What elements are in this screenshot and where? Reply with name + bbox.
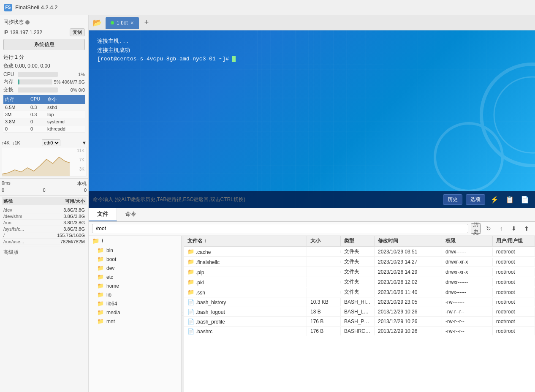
tree-item-label: dev bbox=[106, 265, 114, 271]
col-header-owner[interactable]: 用户/用户组 bbox=[493, 236, 535, 246]
tree-item[interactable]: 📁 mnt bbox=[89, 317, 181, 326]
file-list-row[interactable]: 📄.bashrc 176 B BASHRC ... 2013/12/29 10:… bbox=[184, 327, 535, 336]
tree-item[interactable]: 📁 lib64 bbox=[89, 299, 181, 308]
terminal-input[interactable] bbox=[93, 196, 440, 202]
file-section: 文件 命令 历史 ↻ ↑ ⬇ ⬆ 📁 / 📁 bin📁 bbox=[89, 208, 535, 392]
tree-item-label: boot bbox=[106, 256, 116, 262]
proc-cmd: top bbox=[47, 112, 83, 117]
options-button[interactable]: 选项 bbox=[466, 194, 485, 205]
proc-cpu: 0 bbox=[30, 126, 47, 131]
file-list-row[interactable]: 📄.bash_profile 176 B BASH_PR... 2013/12/… bbox=[184, 317, 535, 327]
copy-button[interactable]: 复制 bbox=[70, 28, 85, 36]
lightning-icon[interactable]: ⚡ bbox=[489, 195, 500, 204]
folder-icon: 📁 bbox=[187, 269, 194, 275]
network-interface-select[interactable]: eth0 bbox=[42, 139, 60, 146]
upload-icon[interactable]: ⬆ bbox=[521, 223, 532, 234]
file-list-row[interactable]: 📄.bash_history 10.3 KB BASH_HI... 2023/1… bbox=[184, 297, 535, 307]
ip-value: 138.197.1.232 bbox=[10, 30, 70, 35]
history-button[interactable]: 历史 bbox=[443, 194, 462, 205]
cpu-value: 1% bbox=[60, 72, 85, 77]
file-col-owner: root/root bbox=[493, 268, 535, 276]
tree-root-label: / bbox=[102, 238, 103, 244]
content-area: 📂 1 bot × + bbox=[89, 15, 535, 392]
proc-mem: 3.8M bbox=[5, 119, 30, 124]
col-header-size[interactable]: 大小 bbox=[307, 236, 341, 246]
folder-icon: 📁 bbox=[187, 279, 194, 286]
file-col-size: 176 B bbox=[307, 327, 341, 335]
tree-item[interactable]: 📁 media bbox=[89, 308, 181, 317]
copy-terminal-icon[interactable]: 📋 bbox=[504, 195, 516, 204]
file-list-row[interactable]: 📄.bash_logout 18 B BASH_LO... 2013/12/29… bbox=[184, 307, 535, 317]
history-toolbar-button[interactable]: 历史 bbox=[471, 223, 481, 234]
file-toolbar: 历史 ↻ ↑ ⬇ ⬆ bbox=[89, 222, 535, 236]
network-arrows: ↑4K ↓1K bbox=[2, 140, 20, 145]
up-dir-icon[interactable]: ↑ bbox=[496, 223, 506, 234]
file-list-row[interactable]: 📁.pip 文件夹 2023/10/26 14:29 drwxr-xr-x ro… bbox=[184, 267, 535, 277]
tree-item[interactable]: 📁 dev bbox=[89, 264, 181, 272]
tab-bot[interactable]: 1 bot × bbox=[106, 17, 139, 29]
file-col-time: 2013/12/29 10:26 bbox=[375, 308, 442, 316]
file-col-type: 文件夹 bbox=[341, 267, 375, 277]
file-col-time: 2023/10/26 14:29 bbox=[375, 268, 442, 276]
disk-table-header: 路径 可用/大小 bbox=[2, 197, 87, 205]
proc-cpu: 0 bbox=[30, 119, 47, 124]
tree-item[interactable]: 📁 bin bbox=[89, 246, 181, 255]
tab-close-button[interactable]: × bbox=[130, 19, 134, 26]
file-list-row[interactable]: 📁.pki 文件夹 2023/10/26 12:02 drwxr------ r… bbox=[184, 277, 535, 287]
mem-value: 5% 406M/7.6G bbox=[54, 79, 85, 84]
tree-root[interactable]: 📁 / bbox=[89, 236, 181, 246]
file-col-size bbox=[307, 281, 341, 283]
tree-item-icon: 📁 bbox=[97, 274, 104, 280]
tree-item[interactable]: 📁 lib bbox=[89, 290, 181, 299]
col-header-time[interactable]: 修改时间 bbox=[375, 236, 442, 246]
file-list-row[interactable]: 📁.finalshellc 文件夹 2023/10/29 14:27 drwxr… bbox=[184, 257, 535, 267]
tree-item[interactable]: 📁 boot bbox=[89, 255, 181, 264]
file-col-perm: drwxr------ bbox=[442, 278, 493, 286]
col-header-type[interactable]: 类型 bbox=[341, 236, 375, 246]
file-col-name: 📄.bash_logout bbox=[184, 307, 307, 316]
file-col-perm: -rw-r--r-- bbox=[442, 327, 493, 335]
disk-table-body: /dev 3.8G/3.8G/dev/shm 3.8G/3.8G/run 3.8… bbox=[2, 207, 87, 245]
tree-item-icon: 📁 bbox=[97, 318, 104, 324]
disk-size: 3.8G/3.8G bbox=[51, 220, 85, 225]
ip-label: IP bbox=[3, 30, 8, 35]
col-header-name[interactable]: 文件名 ↑ bbox=[184, 236, 307, 246]
proc-col-mem-header: 内存 bbox=[5, 96, 30, 103]
file-list-row[interactable]: 📁.ssh 文件夹 2023/10/26 11:40 drwx------ ro… bbox=[184, 287, 535, 297]
latency-val-1: 0 bbox=[2, 188, 4, 193]
advanced-label: 高级版 bbox=[0, 247, 88, 258]
col-header-perm[interactable]: 权限 bbox=[442, 236, 493, 246]
file-col-name: 📄.bash_history bbox=[184, 297, 307, 307]
tree-item[interactable]: 📁 etc bbox=[89, 272, 181, 281]
file-tab-commands[interactable]: 命令 bbox=[117, 208, 145, 221]
process-table-body: 6.5M 0.3 sshd3M 0.3 top3.8M 0 systemd0 0… bbox=[3, 104, 85, 133]
disk-section: 路径 可用/大小 /dev 3.8G/3.8G/dev/shm 3.8G/3.8… bbox=[0, 195, 88, 247]
disk-path: /sys/fs/c... bbox=[3, 226, 51, 231]
file-list-row[interactable]: 📁.cache 文件夹 2023/10/29 03:51 drwx------ … bbox=[184, 247, 535, 257]
refresh-icon[interactable]: ↻ bbox=[483, 223, 494, 234]
disk-path: / bbox=[3, 233, 51, 238]
main-layout: 同步状态 IP 138.197.1.232 复制 系统信息 运行 1 分 负载 … bbox=[0, 15, 535, 392]
network-chart: 11K 7K 3K bbox=[2, 147, 87, 177]
file-col-size bbox=[307, 250, 341, 253]
latency-val-3: 0 bbox=[84, 188, 87, 193]
tree-item-label: media bbox=[106, 310, 120, 316]
file-col-time: 2023/10/29 14:27 bbox=[375, 258, 442, 266]
file-tab-files[interactable]: 文件 bbox=[89, 208, 117, 221]
folder-icon-button[interactable]: 📂 bbox=[90, 17, 104, 29]
sync-status: 同步状态 bbox=[3, 19, 85, 26]
disk-size: 782M/782M bbox=[51, 239, 85, 244]
file-col-owner: root/root bbox=[493, 248, 535, 256]
path-input[interactable] bbox=[92, 224, 468, 233]
tree-item-label: home bbox=[106, 283, 119, 289]
tab-bar: 📂 1 bot × + bbox=[89, 15, 535, 30]
tab-add-button[interactable]: + bbox=[141, 18, 152, 28]
paste-terminal-icon[interactable]: 📄 bbox=[519, 195, 531, 204]
file-col-name: 📁.ssh bbox=[184, 288, 307, 297]
swap-label: 交换 bbox=[3, 86, 16, 93]
tree-item[interactable]: 📁 home bbox=[89, 281, 181, 290]
sys-info-button[interactable]: 系统信息 bbox=[3, 39, 85, 50]
proc-cpu: 0.3 bbox=[30, 112, 47, 117]
disk-size: 155.7G/160G bbox=[51, 233, 85, 238]
download-icon[interactable]: ⬇ bbox=[509, 223, 519, 234]
